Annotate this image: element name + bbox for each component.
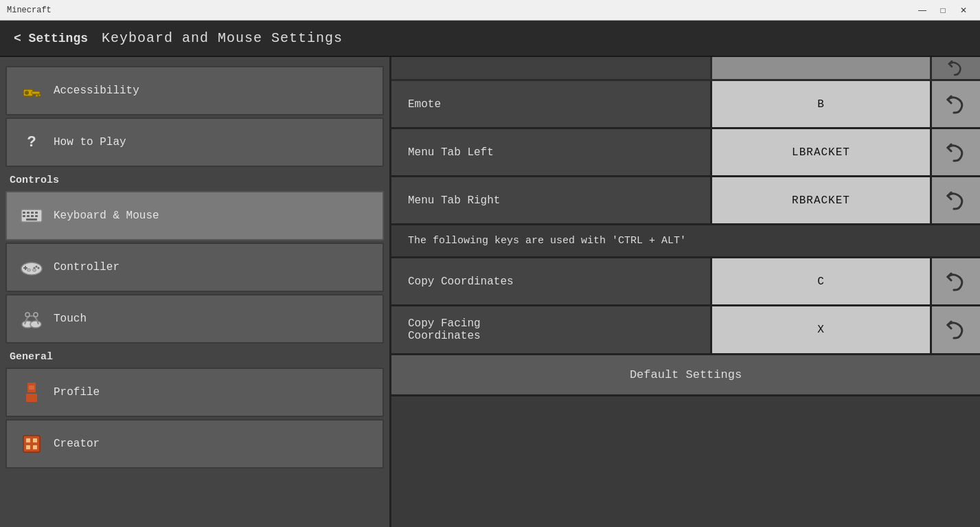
sidebar-keyboard-mouse-label: Keyboard & Mouse	[54, 210, 159, 222]
svg-point-22	[33, 269, 36, 271]
header: < Settings Keyboard and Mouse Settings	[0, 21, 980, 57]
svg-rect-14	[26, 218, 37, 221]
reset-icon-2	[946, 143, 966, 162]
reset-icon-4	[946, 272, 966, 291]
copy-coordinates-value[interactable]: C	[712, 258, 932, 304]
menu-tab-left-row: Menu Tab Left LBRACKET	[391, 129, 980, 177]
partial-value	[712, 57, 932, 79]
sidebar: Accessibility ? How to Play Controls	[0, 57, 391, 527]
svg-rect-32	[33, 438, 37, 442]
menu-tab-right-value[interactable]: RBRACKET	[712, 177, 932, 223]
svg-rect-17	[23, 267, 27, 269]
emote-row: Emote B	[391, 81, 980, 129]
copy-coordinates-row: Copy Coordinates C	[391, 258, 980, 306]
sidebar-item-how-to-play[interactable]: ? How to Play	[5, 117, 384, 167]
copy-coordinates-reset-button[interactable]	[932, 258, 980, 304]
partial-reset[interactable]	[932, 57, 980, 79]
emote-value[interactable]: B	[712, 81, 932, 127]
svg-rect-11	[27, 215, 30, 217]
sidebar-item-creator[interactable]: Creator	[5, 419, 384, 469]
reset-icon	[946, 95, 966, 114]
svg-rect-7	[27, 212, 30, 214]
copy-facing-coordinates-label: Copy Facing Coordinates	[391, 306, 712, 353]
profile-icon	[19, 380, 44, 405]
svg-rect-13	[35, 215, 38, 217]
touch-icon	[19, 306, 44, 331]
sidebar-item-keyboard-mouse[interactable]: Keyboard & Mouse	[5, 191, 384, 240]
close-button[interactable]: ✕	[954, 3, 973, 17]
svg-rect-9	[35, 212, 38, 214]
sidebar-controller-label: Controller	[54, 261, 119, 273]
svg-point-19	[38, 267, 40, 269]
controls-section-label: Controls	[0, 169, 389, 189]
svg-rect-31	[26, 438, 30, 442]
copy-coordinates-label: Copy Coordinates	[391, 258, 712, 304]
copy-facing-coordinates-value[interactable]: X	[712, 306, 932, 353]
emote-reset-button[interactable]	[932, 81, 980, 127]
menu-tab-right-reset-button[interactable]	[932, 177, 980, 223]
sidebar-accessibility-label: Accessibility	[54, 85, 139, 97]
sidebar-profile-label: Profile	[54, 386, 100, 399]
content: Accessibility ? How to Play Controls	[0, 57, 980, 527]
question-icon: ?	[19, 130, 44, 155]
reset-icon-5	[946, 320, 966, 339]
key-icon	[19, 78, 44, 103]
ctrl-alt-info: The following keys are used with 'CTRL +…	[391, 225, 980, 258]
svg-point-24	[30, 321, 41, 328]
svg-rect-33	[26, 445, 30, 449]
partial-row	[391, 57, 980, 81]
svg-rect-28	[26, 394, 37, 402]
sidebar-creator-label: Creator	[54, 438, 100, 450]
titlebar-controls: — □ ✕	[913, 3, 973, 17]
svg-rect-10	[23, 215, 25, 217]
keyboard-icon	[19, 203, 44, 228]
page-title: Keyboard and Mouse Settings	[102, 30, 343, 46]
sidebar-item-controller[interactable]: Controller	[5, 243, 384, 292]
svg-point-21	[27, 269, 31, 271]
svg-rect-29	[29, 385, 34, 390]
back-button[interactable]: < Settings	[14, 32, 88, 45]
emote-label: Emote	[391, 81, 712, 127]
reset-icon-partial	[948, 60, 964, 76]
key-svg	[21, 80, 43, 102]
controller-icon	[19, 255, 44, 280]
default-settings-button[interactable]: Default Settings	[391, 355, 980, 396]
svg-rect-6	[23, 212, 25, 214]
titlebar-title: Minecraft	[7, 5, 52, 15]
sidebar-item-accessibility[interactable]: Accessibility	[5, 66, 384, 115]
app: < Settings Keyboard and Mouse Settings A…	[0, 21, 980, 527]
general-section-label: General	[0, 346, 389, 366]
menu-tab-left-reset-button[interactable]	[932, 129, 980, 175]
right-panel: Emote B Menu Tab Left LBRACKET	[391, 57, 980, 527]
svg-rect-30	[23, 436, 40, 452]
svg-point-26	[34, 313, 38, 317]
partial-label	[391, 57, 712, 79]
menu-tab-right-label: Menu Tab Right	[391, 177, 712, 223]
svg-rect-2	[32, 91, 40, 94]
svg-point-18	[36, 266, 38, 268]
svg-rect-4	[38, 94, 41, 96]
sidebar-item-profile[interactable]: Profile	[5, 368, 384, 417]
default-settings-label: Default Settings	[391, 355, 980, 394]
svg-point-25	[25, 313, 30, 317]
copy-facing-coordinates-row: Copy Facing Coordinates X	[391, 306, 980, 355]
svg-point-1	[25, 91, 29, 95]
minimize-button[interactable]: —	[913, 3, 932, 17]
reset-icon-3	[946, 191, 966, 210]
svg-rect-8	[31, 212, 34, 214]
menu-tab-left-value[interactable]: LBRACKET	[712, 129, 932, 175]
copy-facing-coordinates-reset-button[interactable]	[932, 306, 980, 353]
menu-tab-right-row: Menu Tab Right RBRACKET	[391, 177, 980, 225]
svg-rect-3	[36, 94, 38, 97]
svg-rect-12	[31, 215, 34, 217]
maximize-button[interactable]: □	[933, 3, 953, 17]
menu-tab-left-label: Menu Tab Left	[391, 129, 712, 175]
svg-rect-34	[33, 445, 37, 449]
creator-icon	[19, 431, 44, 456]
sidebar-item-touch[interactable]: Touch	[5, 294, 384, 344]
sidebar-touch-label: Touch	[54, 313, 87, 325]
sidebar-how-to-play-label: How to Play	[54, 136, 126, 148]
titlebar: Minecraft — □ ✕	[0, 0, 980, 21]
